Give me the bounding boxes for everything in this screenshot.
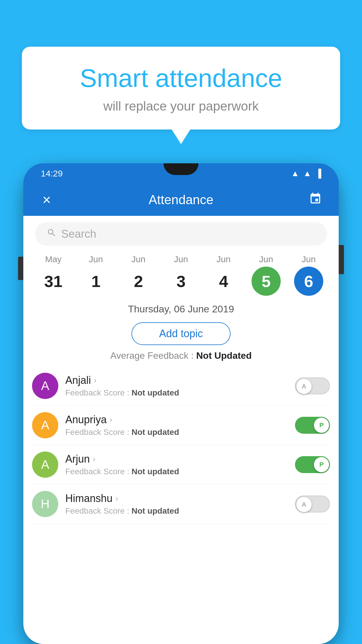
calendar-day[interactable]: Jun3 xyxy=(164,254,198,296)
attendance-toggle[interactable]: P xyxy=(295,456,330,473)
student-avatar: A xyxy=(32,412,58,438)
search-icon xyxy=(47,228,57,240)
student-name: Arjun › xyxy=(65,453,288,465)
student-feedback-score: Feedback Score : Not updated xyxy=(65,506,288,516)
toggle-knob: P xyxy=(314,457,329,472)
close-icon[interactable]: × xyxy=(38,191,55,208)
calendar-day[interactable]: Jun1 xyxy=(78,254,113,296)
attendance-toggle[interactable]: A xyxy=(295,496,330,512)
calendar-month-label: Jun xyxy=(302,254,316,264)
student-info: Anupriya ›Feedback Score : Not updated xyxy=(65,414,288,437)
volume-button xyxy=(18,257,23,280)
signal-icon: ▲ xyxy=(303,169,311,178)
student-feedback-score: Feedback Score : Not updated xyxy=(65,388,288,398)
calendar-date-number: 1 xyxy=(81,267,110,296)
toggle-knob: P xyxy=(314,418,329,433)
power-button xyxy=(339,245,344,274)
student-list-item[interactable]: AArjun ›Feedback Score : Not updatedP xyxy=(32,445,330,484)
student-list-item[interactable]: AAnjali ›Feedback Score : Not updatedA xyxy=(32,366,330,406)
chevron-right-icon: › xyxy=(94,376,96,385)
student-name: Anjali › xyxy=(65,374,288,386)
calendar-date-number: 6 xyxy=(294,267,323,296)
calendar-day[interactable]: Jun4 xyxy=(206,254,241,296)
calendar-month-label: Jun xyxy=(259,254,273,264)
wifi-icon: ▲ xyxy=(291,169,299,178)
student-name: Himanshu › xyxy=(65,492,288,505)
battery-icon: ▐ xyxy=(315,169,321,178)
bubble-title: Smart attendance xyxy=(45,64,317,92)
status-bar: 14:29 ▲ ▲ ▐ xyxy=(23,163,339,184)
speech-bubble: Smart attendance will replace your paper… xyxy=(22,47,340,130)
student-avatar: A xyxy=(32,452,58,478)
app-bar-title: Attendance xyxy=(55,192,307,207)
student-avatar: H xyxy=(32,491,58,517)
phone-frame: 14:29 ▲ ▲ ▐ × Attendance Search xyxy=(23,163,339,644)
calendar-month-label: Jun xyxy=(217,254,231,264)
calendar-strip: May31Jun1Jun2Jun3Jun4Jun5Jun6 xyxy=(23,249,339,299)
student-list-item[interactable]: AAnupriya ›Feedback Score : Not updatedP xyxy=(32,406,330,445)
status-time: 14:29 xyxy=(41,169,63,178)
student-name: Anupriya › xyxy=(65,414,288,426)
calendar-date-number: 31 xyxy=(39,267,68,296)
avg-feedback-label: Average Feedback : xyxy=(110,350,194,361)
student-feedback-score: Feedback Score : Not updated xyxy=(65,428,288,437)
attendance-toggle[interactable]: A xyxy=(295,377,330,394)
student-list-item[interactable]: HHimanshu ›Feedback Score : Not updatedA xyxy=(32,484,330,524)
calendar-date-number: 4 xyxy=(209,267,238,296)
selected-date: Thursday, 06 June 2019 xyxy=(23,299,339,318)
toggle-knob: A xyxy=(296,497,312,512)
chevron-right-icon: › xyxy=(115,494,118,503)
app-bar: × Attendance xyxy=(23,184,339,216)
calendar-date-number: 2 xyxy=(124,267,153,296)
student-info: Arjun ›Feedback Score : Not updated xyxy=(65,453,288,476)
student-list: AAnjali ›Feedback Score : Not updatedAAA… xyxy=(23,366,339,524)
toggle-knob: A xyxy=(296,379,312,394)
student-info: Himanshu ›Feedback Score : Not updated xyxy=(65,492,288,516)
calendar-date-number: 3 xyxy=(166,267,196,296)
bubble-subtitle: will replace your paperwork xyxy=(45,99,317,113)
calendar-month-label: Jun xyxy=(174,254,188,264)
search-bar[interactable]: Search xyxy=(35,222,327,246)
calendar-date-number: 5 xyxy=(252,267,281,296)
calendar-day[interactable]: Jun2 xyxy=(121,254,156,296)
calendar-day[interactable]: Jun6 xyxy=(291,254,326,296)
notch xyxy=(164,163,198,175)
calendar-icon[interactable] xyxy=(307,192,324,208)
student-avatar: A xyxy=(32,373,58,399)
calendar-day[interactable]: May31 xyxy=(36,254,71,296)
calendar-month-label: May xyxy=(45,254,62,264)
phone-screen: Search May31Jun1Jun2Jun3Jun4Jun5Jun6 Thu… xyxy=(23,216,339,644)
search-placeholder: Search xyxy=(61,228,96,240)
average-feedback: Average Feedback : Not Updated xyxy=(23,350,339,366)
add-topic-button[interactable]: Add topic xyxy=(131,322,231,345)
calendar-day[interactable]: Jun5 xyxy=(249,254,284,296)
attendance-toggle[interactable]: P xyxy=(295,417,330,434)
calendar-month-label: Jun xyxy=(89,254,103,264)
calendar-month-label: Jun xyxy=(131,254,145,264)
chevron-right-icon: › xyxy=(110,415,112,424)
chevron-right-icon: › xyxy=(93,454,95,464)
student-info: Anjali ›Feedback Score : Not updated xyxy=(65,374,288,398)
student-feedback-score: Feedback Score : Not updated xyxy=(65,467,288,476)
avg-feedback-value: Not Updated xyxy=(196,350,252,361)
status-icons: ▲ ▲ ▐ xyxy=(291,169,321,178)
